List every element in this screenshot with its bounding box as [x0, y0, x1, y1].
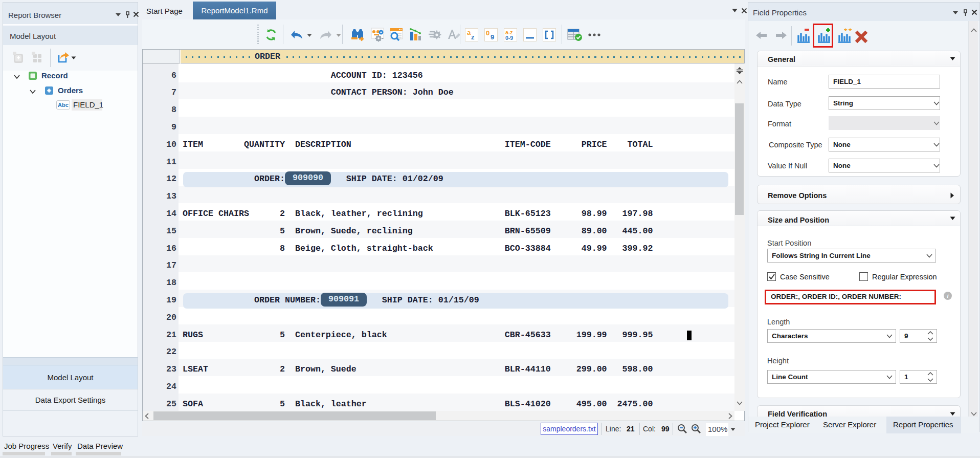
svg-text:a: a: [467, 29, 471, 36]
svg-text:0: 0: [486, 29, 489, 37]
svg-text:z: z: [471, 33, 475, 41]
svg-text:0-9: 0-9: [505, 35, 513, 41]
svg-text:9: 9: [491, 33, 494, 41]
